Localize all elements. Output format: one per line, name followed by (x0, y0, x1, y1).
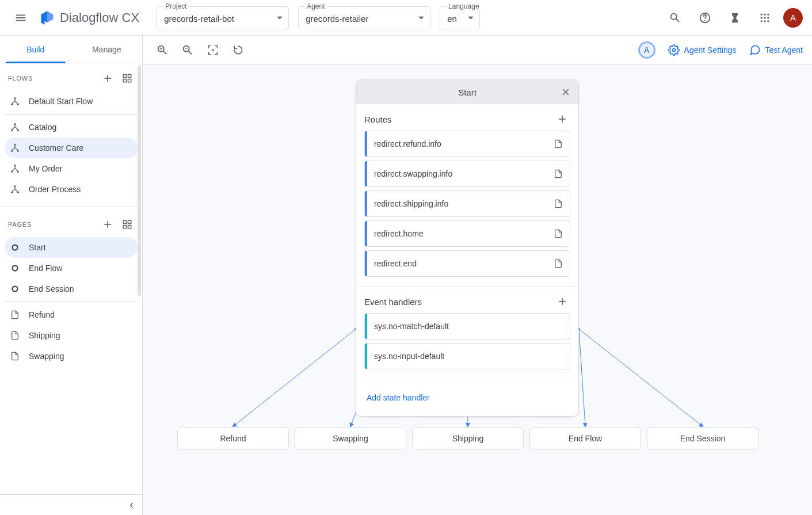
search-icon (669, 12, 681, 24)
sidebar-item-label: Refund (29, 310, 55, 319)
svg-point-37 (212, 49, 214, 51)
add-route-button[interactable] (554, 111, 570, 127)
plus-icon (102, 219, 113, 230)
grid-icon (122, 73, 132, 83)
sidebar-page-item[interactable]: Start (5, 237, 138, 258)
route-label: redirect.shipping.info (367, 199, 547, 208)
selector-value: en (447, 14, 457, 24)
pages-grid-button[interactable] (119, 216, 135, 232)
tab-manage[interactable]: Manage (71, 36, 143, 63)
page-icon (9, 331, 21, 340)
caret-down-icon (418, 16, 424, 19)
route-item[interactable]: redirect.refund.info (364, 131, 570, 157)
plus-icon (556, 296, 568, 307)
sidebar-page-item[interactable]: End Session (5, 279, 138, 299)
sidebar-item-label: Order Process (29, 185, 81, 194)
sidebar-item-label: Start (29, 243, 46, 252)
route-item[interactable]: redirect.swapping.info (364, 161, 570, 187)
language-selector[interactable]: Language en (440, 6, 480, 29)
sidebar-flow-item[interactable]: My Order (5, 158, 138, 179)
apps-button[interactable] (753, 6, 776, 29)
sidebar: Build Manage FLOWS Default Start FlowCat… (0, 36, 143, 515)
dialogflow-logo-icon (39, 10, 55, 26)
page-icon (547, 259, 570, 268)
start-page-card[interactable]: Start Routes redirect.refund.inforedirec… (356, 79, 579, 417)
pages-list: StartEnd FlowEnd SessionRefundShippingSw… (0, 237, 142, 371)
caret-down-icon (277, 16, 283, 19)
pages-label: PAGES (8, 221, 32, 228)
user-avatar[interactable]: A (783, 8, 803, 28)
test-agent-label: Test Agent (765, 45, 803, 55)
flow-node-shipping[interactable]: Shipping (412, 427, 524, 450)
collaborator-avatar[interactable]: A (638, 41, 655, 59)
close-card-button[interactable] (558, 84, 574, 100)
project-selector[interactable]: Project grecords-retail-bot (157, 6, 289, 29)
hourglass-button[interactable] (723, 6, 746, 29)
svg-line-43 (579, 329, 585, 426)
route-item[interactable]: redirect.end (364, 250, 570, 277)
selector-value: grecords-retailer (306, 14, 368, 24)
scrollbar[interactable] (138, 66, 141, 296)
sidebar-flow-item[interactable]: Customer Care (5, 138, 138, 158)
svg-point-5 (761, 17, 763, 18)
sidebar-page-item[interactable]: End Flow (5, 258, 138, 279)
flow-canvas[interactable]: Start Routes redirect.refund.inforedirec… (143, 64, 812, 515)
circle-icon (9, 263, 21, 273)
hourglass-icon (729, 12, 741, 24)
card-header: Start (356, 80, 578, 104)
sidebar-item-label: Customer Care (29, 143, 83, 152)
fit-button[interactable] (203, 40, 223, 60)
help-button[interactable] (693, 6, 716, 29)
agent-selector[interactable]: Agent grecords-retailer (298, 6, 430, 29)
sidebar-flow-item[interactable]: Catalog (5, 117, 138, 138)
page-icon (547, 139, 570, 148)
zoom-in-button[interactable] (152, 40, 173, 60)
zoom-out-button[interactable] (177, 40, 198, 60)
sidebar-page-item[interactable]: Swapping (5, 346, 138, 367)
flow-icon (9, 163, 21, 174)
sidebar-page-item[interactable]: Refund (5, 304, 138, 325)
add-handler-button[interactable] (554, 293, 570, 310)
sidebar-flow-item[interactable]: Default Start Flow (5, 91, 138, 112)
circle-icon (9, 284, 21, 294)
agent-settings-button[interactable]: Agent Settings (668, 44, 737, 56)
sidebar-item-label: Default Start Flow (29, 97, 93, 106)
flow-node-refund[interactable]: Refund (177, 427, 289, 450)
flows-section-header: FLOWS (0, 63, 142, 91)
flow-node-end-flow[interactable]: End Flow (529, 427, 641, 450)
add-flow-button[interactable] (100, 70, 116, 86)
sidebar-flow-item[interactable]: Order Process (5, 179, 138, 200)
handler-item[interactable]: sys.no-match-default (364, 313, 570, 339)
search-button[interactable] (664, 6, 687, 29)
menu-button[interactable] (9, 6, 32, 29)
route-item[interactable]: redirect.home (364, 220, 570, 247)
sidebar-item-label: Catalog (29, 123, 56, 132)
svg-point-8 (761, 20, 763, 22)
flow-icon (9, 96, 21, 106)
page-icon (547, 169, 570, 178)
collapse-sidebar-button[interactable] (0, 494, 142, 515)
svg-point-6 (764, 17, 765, 18)
tab-build[interactable]: Build (0, 36, 71, 63)
svg-rect-30 (123, 220, 126, 223)
route-item[interactable]: redirect.shipping.info (364, 190, 570, 217)
flows-grid-button[interactable] (119, 70, 135, 86)
sidebar-item-label: Shipping (29, 331, 60, 340)
caret-down-icon (468, 16, 474, 19)
test-agent-button[interactable]: Test Agent (749, 44, 803, 56)
add-page-button[interactable] (100, 216, 116, 232)
svg-rect-31 (128, 220, 131, 223)
sidebar-page-item[interactable]: Shipping (5, 325, 138, 346)
main: A Agent Settings Test Agent (143, 36, 812, 515)
agent-settings-label: Agent Settings (684, 45, 737, 55)
flow-node-swapping[interactable]: Swapping (295, 427, 406, 450)
add-state-handler-button[interactable]: Add state handler (364, 385, 570, 410)
fit-icon (207, 44, 219, 56)
svg-point-27 (14, 185, 16, 187)
routes-label: Routes (364, 115, 392, 124)
node-label: Refund (220, 434, 246, 443)
reset-button[interactable] (228, 40, 249, 60)
flow-node-end-session[interactable]: End Session (647, 427, 758, 450)
chat-icon (749, 44, 761, 56)
handler-item[interactable]: sys.no-input-default (364, 343, 570, 369)
